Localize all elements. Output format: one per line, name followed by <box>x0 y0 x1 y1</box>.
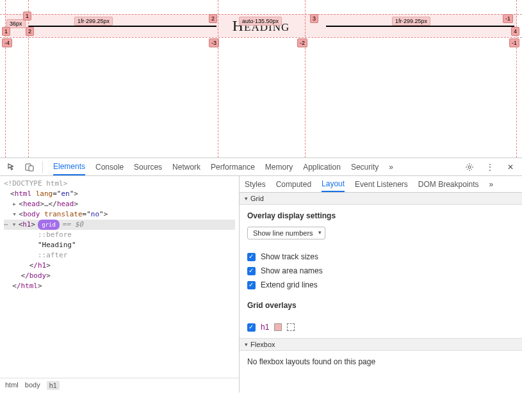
color-swatch[interactable] <box>274 323 282 331</box>
grid-badge[interactable]: grid <box>38 220 60 230</box>
close-icon[interactable]: ✕ <box>503 159 518 175</box>
section-grid-header[interactable]: ▾Grid <box>240 193 522 205</box>
line-num-3: 3 <box>310 14 318 23</box>
devtools-toolbar: Elements Console Sources Network Perform… <box>0 158 522 176</box>
device-toggle-icon[interactable] <box>22 159 37 175</box>
line-num-2: 2 <box>209 14 217 23</box>
doctype-node: <!DOCTYPE html> <box>4 179 67 188</box>
track-size-track3: 1fr·299.25px <box>392 17 430 26</box>
crumb-h1[interactable]: h1 <box>47 381 60 390</box>
tab-performance[interactable]: Performance <box>211 158 255 175</box>
stab-styles[interactable]: Styles <box>245 176 266 192</box>
svg-point-2 <box>468 166 471 168</box>
breadcrumb: html body h1 <box>0 378 239 392</box>
dom-tree[interactable]: <!DOCTYPE html> <html lang="en"> ▸<head>… <box>0 176 239 378</box>
track-size-track2: auto·135.50px <box>239 17 282 26</box>
kebab-icon[interactable]: ⋮ <box>482 159 498 175</box>
devtools-panel: Elements Console Sources Network Perform… <box>0 158 522 392</box>
grid-line-h1 <box>0 14 522 15</box>
stab-event-listeners[interactable]: Event Listeners <box>355 176 408 192</box>
chk-overlay-h1[interactable] <box>247 323 256 332</box>
tab-sources[interactable]: Sources <box>134 158 162 175</box>
tab-elements[interactable]: Elements <box>53 158 85 175</box>
grid-line-v5 <box>516 0 517 158</box>
dashed-swatch-icon[interactable] <box>287 323 295 331</box>
gear-icon[interactable] <box>462 159 477 175</box>
svg-rect-1 <box>29 166 33 171</box>
overlay-settings-title: Overlay display settings <box>247 211 514 220</box>
stab-overflow-icon[interactable]: » <box>489 176 494 192</box>
line-num-1: 1 <box>23 12 31 20</box>
overlay-item-h1[interactable]: h1 <box>261 323 269 332</box>
rendered-page: Heading 36px 1fr·299.25px auto·135.50px … <box>0 0 522 158</box>
chk-area-names[interactable] <box>247 267 256 275</box>
styles-pane: Styles Computed Layout Event Listeners D… <box>240 176 522 392</box>
dom-pane: <!DOCTYPE html> <html lang="en"> ▸<head>… <box>0 176 240 392</box>
track-size-track1: 1fr·299.25px <box>74 17 113 26</box>
grid-line-v4 <box>305 0 306 158</box>
line-num-neg4: -4 <box>2 38 12 47</box>
inspect-icon[interactable] <box>4 159 19 175</box>
stab-layout[interactable]: Layout <box>322 176 345 192</box>
tab-memory[interactable]: Memory <box>265 158 293 175</box>
stab-dom-breakpoints[interactable]: DOM Breakpoints <box>418 176 479 192</box>
line-numbers-select[interactable]: Show line numbers <box>247 227 325 239</box>
flexbox-empty-message: No flexbox layouts found on this page <box>240 351 522 373</box>
chk-track-sizes[interactable] <box>247 253 256 261</box>
tab-console[interactable]: Console <box>95 158 124 175</box>
line-num-neg1-top: -1 <box>503 14 513 23</box>
line-num-row1: 1 <box>2 27 10 36</box>
line-num-neg3: -3 <box>209 38 219 47</box>
grid-line-v2 <box>28 0 29 158</box>
grid-line-h2 <box>0 37 522 38</box>
tab-application[interactable]: Application <box>303 158 341 175</box>
heading-rule-right <box>326 26 514 27</box>
line-num-neg2: -2 <box>297 38 307 47</box>
tab-network[interactable]: Network <box>172 158 200 175</box>
line-num-row2: 2 <box>26 27 34 36</box>
chk-extend-lines[interactable] <box>247 281 256 289</box>
heading-rule-left <box>28 26 216 27</box>
section-flexbox-header[interactable]: ▾Flexbox <box>240 338 522 351</box>
tab-security[interactable]: Security <box>351 158 379 175</box>
line-num-4: 4 <box>511 27 519 36</box>
line-num-neg1-bot: -1 <box>509 38 519 47</box>
grid-overlays-title: Grid overlays <box>247 301 514 310</box>
grid-line-v3 <box>218 0 218 158</box>
crumb-html[interactable]: html <box>5 381 19 390</box>
crumb-body[interactable]: body <box>25 381 40 390</box>
stab-computed[interactable]: Computed <box>276 176 311 192</box>
grid-line-v1 <box>5 0 6 158</box>
tab-overflow-icon[interactable]: » <box>389 158 393 175</box>
selected-node-h1[interactable]: ⋯ ▾<h1>grid== $0 <box>4 220 235 230</box>
